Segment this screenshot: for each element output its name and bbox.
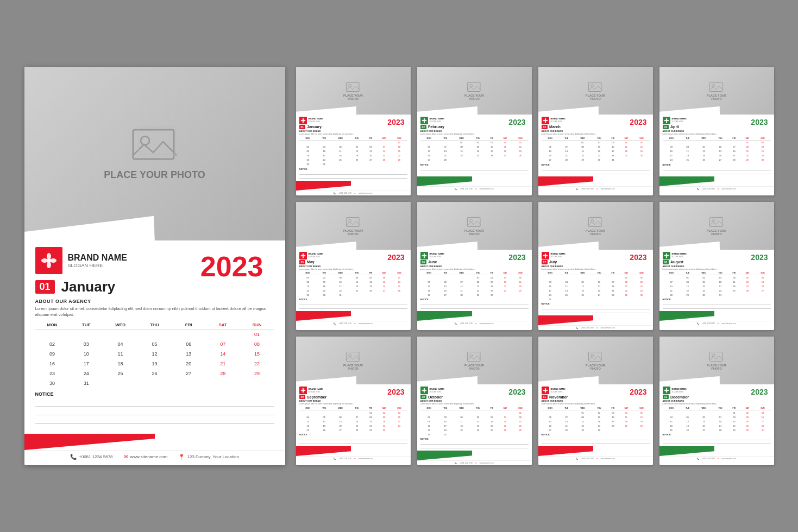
small-cal-cell: 20 — [755, 284, 770, 288]
small-photo-icon — [345, 216, 361, 228]
small-cal-cell — [377, 293, 392, 297]
small-calendar-table: MON TUE WED THU FRI SAT SUN 010203040506… — [420, 271, 529, 297]
small-web-text: www.sitename.com — [359, 458, 373, 460]
footer-bar: 📞 +0081 1234 5678 ✉ www.sitename.com 📍 1… — [24, 450, 285, 463]
small-cal-cell — [331, 410, 349, 415]
svg-point-91 — [470, 354, 473, 357]
small-notice-line — [663, 170, 771, 174]
small-brand-text: BRAND NAME SLOGAN HERE — [430, 253, 444, 257]
cal-cell: 09 — [35, 349, 70, 359]
small-cal-cell: 18 — [453, 423, 470, 428]
small-cal-cell: 23 — [755, 154, 770, 158]
small-notice-line — [542, 440, 650, 444]
small-cal-cell: 21 — [728, 154, 740, 158]
small-cal-cell: 12 — [695, 149, 712, 154]
small-cal-cell: 23 — [470, 154, 486, 158]
small-cal-cell: 01 — [470, 275, 486, 280]
small-notice-lines — [299, 171, 407, 179]
small-cal-cell: 06 — [420, 145, 438, 149]
small-cal-cell: 31 — [607, 158, 619, 162]
footer-phone: 📞 +0081 1234 5678 — [70, 454, 113, 460]
small-cal-cell: 11 — [331, 149, 349, 154]
small-calendar-table: MON TUE WED THU FRI SAT SUN 010203040506… — [663, 407, 771, 432]
svg-rect-56 — [469, 216, 481, 225]
small-cal-cell: 18 — [299, 423, 317, 428]
cal-cell: 18 — [103, 359, 137, 369]
small-cal-cell: 20 — [695, 423, 712, 428]
small-web-icon: ✉ — [596, 188, 598, 190]
small-cal-cell: 06 — [755, 275, 770, 280]
small-cal-cell: 26 — [574, 293, 591, 297]
small-month-name: May — [307, 260, 315, 264]
small-logo-box — [420, 117, 428, 124]
small-cal-cell: 29 — [680, 293, 695, 297]
small-notice-lines — [420, 167, 529, 174]
small-about-text: Lorem ipsum dolor sit amet consectetur k… — [663, 133, 771, 136]
small-cal-cell: 27 — [592, 293, 607, 297]
small-cal-cell — [486, 158, 498, 162]
small-cal-cell: 11 — [512, 280, 528, 284]
year-label: 2023 — [200, 252, 263, 281]
small-web-icon: ✉ — [718, 458, 719, 460]
small-cal-cell: 22 — [740, 154, 755, 158]
small-calendar-table: MON TUE WED THU FRI SAT SUN 010203040506… — [542, 137, 650, 162]
small-cal-cell — [453, 275, 470, 280]
small-notice-line — [299, 436, 407, 440]
small-cal-cell: 17 — [607, 419, 619, 423]
small-about-text: Lorem ipsum dolor sit amet consectetur k… — [299, 133, 407, 136]
small-about-title: ABOUT OUR BRAND — [299, 400, 407, 402]
small-cal-cell: 24 — [755, 423, 770, 428]
small-cal-cell: 22 — [391, 154, 407, 158]
small-place-label: PLACE YOURPHOTO — [343, 364, 363, 370]
small-cal-cell: 18 — [619, 149, 634, 154]
small-cal-cell: 24 — [498, 288, 513, 293]
small-notice-line — [299, 440, 407, 444]
cal-header-tue: TUE — [69, 321, 103, 330]
small-about-text: Lorem ipsum dolor sit amet consectetur k… — [420, 268, 529, 271]
small-calendar-page: PLACE YOURPHOTO — [417, 202, 532, 331]
small-cal-cell: 08 — [574, 145, 591, 149]
small-cal-cell: 16 — [317, 284, 332, 288]
small-cal-cell: 25 — [680, 158, 695, 162]
small-cal-cell: 17 — [317, 154, 332, 158]
cal-cell: 25 — [103, 369, 137, 378]
small-cal-cell: 09 — [740, 415, 755, 419]
small-cal-cell: 27 — [377, 288, 392, 293]
small-cal-cell: 31 — [438, 432, 453, 436]
small-cal-cell: 13 — [420, 149, 438, 154]
small-cal-cell — [592, 297, 607, 301]
small-cal-cell: 08 — [574, 415, 591, 419]
small-cal-cell: 17 — [607, 149, 619, 154]
small-cal-cell: 08 — [728, 415, 740, 419]
small-web-icon: ✉ — [475, 462, 477, 464]
small-notice-line — [663, 305, 771, 309]
small-cal-cell: 15 — [574, 419, 591, 423]
small-cal-cell: 16 — [755, 149, 770, 154]
small-logo-box — [542, 117, 549, 124]
small-brand-text: BRAND NAME SLOGAN HERE — [551, 118, 565, 122]
small-cal-cell: 14 — [663, 284, 680, 288]
svg-point-107 — [544, 390, 546, 391]
cal-cell: 10 — [69, 349, 103, 359]
small-cal-cell: 03 — [607, 140, 619, 145]
small-cal-cell: 25 — [728, 288, 740, 293]
small-cal-cell: 05 — [349, 145, 365, 149]
cal-cell: 02 — [35, 339, 70, 349]
small-web-icon: ✉ — [354, 322, 356, 325]
small-cal-cell: 10 — [755, 415, 770, 419]
small-notice-line — [542, 167, 650, 170]
cal-cell: 14 — [206, 349, 240, 359]
svg-point-26 — [423, 119, 425, 121]
small-cal-cell: 21 — [391, 284, 407, 288]
small-month-row: 04 April — [663, 125, 771, 129]
small-cal-cell: 02 — [299, 145, 317, 149]
small-cal-cell — [331, 140, 349, 145]
small-logo-icon — [422, 118, 427, 123]
cal-cell: 21 — [206, 359, 240, 369]
small-cal-cell: 28 — [728, 158, 740, 162]
small-cal-cell: 08 — [470, 280, 486, 284]
small-notice-line — [663, 301, 771, 305]
small-cal-cell: 12 — [633, 415, 649, 419]
small-cal-cell: 27 — [755, 288, 770, 293]
small-cal-cell: 03 — [317, 145, 332, 149]
